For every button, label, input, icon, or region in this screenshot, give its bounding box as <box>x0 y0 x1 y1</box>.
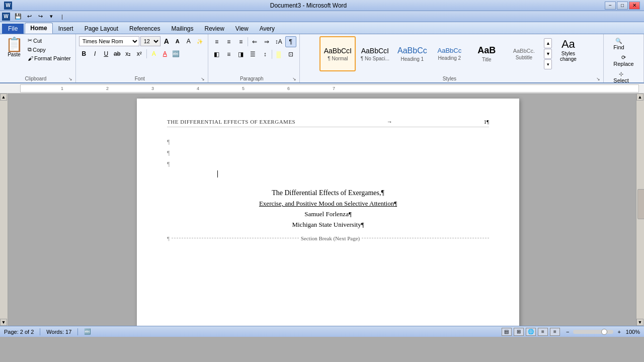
style-heading1[interactable]: AaBbCc Heading 1 <box>394 36 430 71</box>
styles-expand-icon[interactable]: ↘ <box>596 76 600 81</box>
zoom-slider[interactable] <box>573 330 613 334</box>
styles-scroll-up[interactable]: ▲ <box>544 38 552 48</box>
italic-button[interactable]: I <box>90 49 100 59</box>
tab-review[interactable]: Review <box>199 23 229 34</box>
scroll-thumb[interactable] <box>637 189 644 219</box>
find-button[interactable]: 🔍 Find <box>611 36 626 52</box>
change-styles-button[interactable]: Aa Styles change <box>553 36 583 63</box>
tab-references[interactable]: References <box>124 23 166 34</box>
font-size-select[interactable]: 12 <box>140 36 160 46</box>
para-divider1 <box>248 37 248 46</box>
find-label: Find <box>613 44 624 50</box>
full-reading-button[interactable]: ⊞ <box>514 328 524 336</box>
underline-button[interactable]: U <box>101 49 111 59</box>
zoom-out-button[interactable]: − <box>566 329 569 335</box>
tab-mailings[interactable]: Mailings <box>166 23 199 34</box>
format-painter-button[interactable]: 🖌 Format Painter <box>26 54 72 62</box>
align-right-button[interactable]: ◨ <box>235 49 247 60</box>
styles-scroll-down[interactable]: ▼ <box>544 49 552 59</box>
font-grow-button[interactable]: A <box>162 36 172 46</box>
app-icon: W <box>2 13 10 21</box>
tab-file[interactable]: File <box>2 24 24 34</box>
strikethrough-button[interactable]: ab <box>112 49 122 59</box>
redo-button[interactable]: ↪ <box>35 12 45 21</box>
cut-button[interactable]: ✂ Cut <box>26 36 72 45</box>
font-name-select[interactable]: Times New Rom <box>79 36 139 46</box>
scroll-left-down[interactable]: ▼ <box>0 319 7 326</box>
decrease-indent-button[interactable]: ⇐ <box>249 36 260 47</box>
font-color-button[interactable]: A <box>160 49 170 59</box>
increase-indent-button[interactable]: ⇒ <box>261 36 272 47</box>
web-layout-button[interactable]: 🌐 <box>526 328 536 336</box>
styles-group: AaBbCcI ¶ Normal AaBbCcI ¶ No Spaci... A… <box>300 34 604 82</box>
close-button[interactable]: ✕ <box>629 2 640 10</box>
show-marks-button[interactable]: ¶ <box>285 36 296 47</box>
subscript-button[interactable]: x₂ <box>123 49 133 59</box>
bullets-button[interactable]: ≡ <box>211 36 222 47</box>
document-scroll-area[interactable]: THE DIFFERENTIAL EFFECTS OF EXERGAMES → … <box>20 94 636 326</box>
text-effects-button[interactable]: ✨ <box>195 36 205 46</box>
style-normal[interactable]: AaBbCcI ¶ Normal <box>319 36 356 71</box>
justify-button[interactable]: ☰ <box>248 49 259 60</box>
tab-view[interactable]: View <box>230 23 254 34</box>
outline-view-button[interactable]: ≡ <box>538 328 548 336</box>
align-center-button[interactable]: ≡ <box>223 49 234 60</box>
borders-button[interactable]: ⊡ <box>285 49 296 60</box>
superscript-button[interactable]: x² <box>134 49 144 59</box>
customize-qa-button[interactable]: ▾ <box>46 12 56 21</box>
paragraph-expand-icon[interactable]: ↘ <box>292 76 296 81</box>
doc-author-line: Samuel Forlenza¶ <box>167 209 489 220</box>
font-expand-icon[interactable]: ↘ <box>201 76 205 81</box>
line-spacing-button[interactable]: ↕ <box>260 49 271 60</box>
multilevel-button[interactable]: ≡ <box>235 36 247 47</box>
tab-home[interactable]: Home <box>25 23 52 34</box>
style-heading2[interactable]: AaBbCc Heading 2 <box>431 36 467 71</box>
tab-insert[interactable]: Insert <box>53 23 79 34</box>
font-format-row: B I U ab x₂ x² A A 🔤 <box>79 49 181 59</box>
format-painter-label: Format Painter <box>34 55 71 61</box>
style-no-spacing[interactable]: AaBbCcI ¶ No Spaci... <box>357 36 393 71</box>
style-title[interactable]: AaB Title <box>468 36 505 71</box>
styles-footer: Styles ↘ <box>303 75 600 82</box>
tab-avery[interactable]: Avery <box>254 23 280 34</box>
clipboard-group: 📋 Paste ✂ Cut ⧉ Copy 🖌 Format Painter C <box>0 34 76 82</box>
scroll-down-button[interactable]: ▼ <box>636 319 643 326</box>
print-layout-button[interactable]: ▤ <box>502 328 512 336</box>
font-clear-button[interactable]: A <box>184 36 194 46</box>
paste-button[interactable]: 📋 Paste <box>3 36 25 59</box>
char-shade-button[interactable]: 🔤 <box>171 49 181 59</box>
sort-button[interactable]: ↕A <box>273 36 284 47</box>
change-styles-label: Styles change <box>554 51 582 62</box>
copy-button[interactable]: ⧉ Copy <box>26 45 72 54</box>
para-mark-2: ¶ <box>167 148 170 157</box>
document-content[interactable]: The Differential Effects of Exergames,¶ … <box>167 188 489 230</box>
clipboard-expand-icon[interactable]: ↘ <box>68 76 72 81</box>
bold-button[interactable]: B <box>79 49 89 59</box>
zoom-percent[interactable]: 100% <box>626 329 640 335</box>
restore-button[interactable]: □ <box>617 2 628 10</box>
styles-scroll-more[interactable]: ▾ <box>544 59 552 69</box>
select-button[interactable]: ⊹ Select <box>611 69 631 85</box>
statusbar: Page: 2 of 2 Words: 17 🔤 ▤ ⊞ 🌐 ≡ ≡ − + 1… <box>0 326 644 337</box>
style-subtitle[interactable]: AaBbCc. Subtitle <box>506 36 542 71</box>
ruler-mark-3: 3 <box>151 86 154 91</box>
replace-button[interactable]: ⟳ Replace <box>611 53 636 68</box>
undo-button[interactable]: ↩ <box>24 12 34 21</box>
numbering-button[interactable]: ≡ <box>223 36 234 47</box>
zoom-in-button[interactable]: + <box>617 329 620 335</box>
font-shrink-button[interactable]: A <box>173 36 183 46</box>
text-cursor <box>217 170 218 177</box>
scroll-left-up[interactable]: ▲ <box>0 94 7 101</box>
word-icon: W <box>4 2 12 10</box>
empty-para-3: ¶ <box>167 159 489 168</box>
word-count-text: Words: 17 <box>46 329 71 335</box>
shading-button[interactable]: ▓ <box>273 49 284 60</box>
minimize-button[interactable]: − <box>605 2 616 10</box>
tab-page-layout[interactable]: Page Layout <box>79 23 124 34</box>
text-highlight-button[interactable]: A <box>149 49 159 59</box>
align-left-button[interactable]: ◧ <box>211 49 222 60</box>
scroll-up-button[interactable]: ▲ <box>636 94 643 101</box>
save-button[interactable]: 💾 <box>13 12 23 21</box>
doc-subtitle-text: Exercise, and Positive Mood on Selective… <box>259 200 397 207</box>
draft-view-button[interactable]: ≡ <box>550 328 560 336</box>
